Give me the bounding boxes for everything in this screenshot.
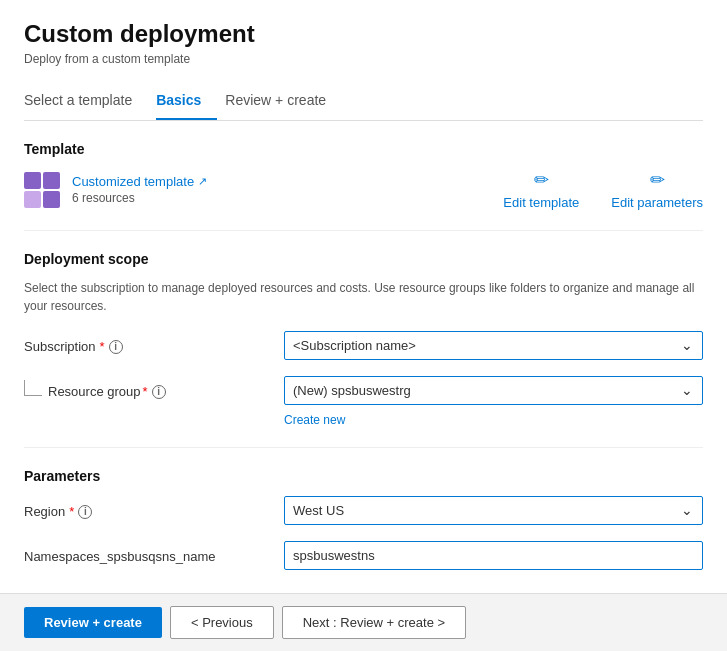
subscription-select[interactable]: <Subscription name> bbox=[284, 331, 703, 360]
icon-block-4 bbox=[43, 191, 60, 208]
tab-review-create[interactable]: Review + create bbox=[225, 82, 342, 120]
subscription-row: Subscription * i <Subscription name> bbox=[24, 331, 703, 360]
deployment-scope-heading: Deployment scope bbox=[24, 251, 703, 267]
subscription-info-icon[interactable]: i bbox=[109, 340, 123, 354]
tab-select-template[interactable]: Select a template bbox=[24, 82, 148, 120]
subscription-required: * bbox=[100, 339, 105, 354]
edit-template-icon: ✏ bbox=[534, 169, 549, 191]
template-name-link[interactable]: Customized template ↗ bbox=[72, 174, 207, 189]
resource-group-select-wrapper: (New) spsbuswestrg bbox=[284, 376, 703, 405]
namespace-input[interactable] bbox=[284, 541, 703, 570]
resource-group-indent: Resource group * i bbox=[24, 376, 284, 399]
edit-template-button[interactable]: ✏ Edit template bbox=[503, 169, 579, 210]
subscription-label: Subscription * i bbox=[24, 331, 284, 354]
region-select[interactable]: West US bbox=[284, 496, 703, 525]
indent-line bbox=[24, 380, 42, 396]
parameters-heading: Parameters bbox=[24, 468, 703, 484]
create-new-link[interactable]: Create new bbox=[284, 413, 345, 427]
template-row: Customized template ↗ 6 resources ✏ Edit… bbox=[24, 169, 703, 210]
external-link-icon: ↗ bbox=[198, 175, 207, 188]
subscription-control: <Subscription name> bbox=[284, 331, 703, 360]
template-actions: ✏ Edit template ✏ Edit parameters bbox=[503, 169, 703, 210]
template-name-wrapper: Customized template ↗ 6 resources bbox=[72, 174, 207, 205]
template-section: Template Customized template ↗ 6 resourc… bbox=[24, 141, 703, 231]
region-label: Region * i bbox=[24, 496, 284, 519]
resource-group-info-icon[interactable]: i bbox=[152, 385, 166, 399]
icon-block-3 bbox=[24, 191, 41, 208]
namespace-row: Namespaces_spsbusqsns_name bbox=[24, 541, 703, 570]
template-resources: 6 resources bbox=[72, 191, 207, 205]
tab-bar: Select a template Basics Review + create bbox=[24, 82, 703, 121]
resource-group-row: Resource group * i (New) spsbuswestrg bbox=[24, 376, 703, 405]
region-row: Region * i West US bbox=[24, 496, 703, 525]
resource-group-control: (New) spsbuswestrg bbox=[284, 376, 703, 405]
scope-description: Select the subscription to manage deploy… bbox=[24, 279, 703, 315]
template-icon bbox=[24, 172, 60, 208]
edit-parameters-icon: ✏ bbox=[650, 169, 665, 191]
parameters-section: Parameters Region * i West US Namespaces… bbox=[24, 468, 703, 570]
namespace-label: Namespaces_spsbusqsns_name bbox=[24, 541, 284, 564]
page-title: Custom deployment bbox=[24, 20, 703, 48]
icon-block-1 bbox=[24, 172, 41, 189]
tab-basics[interactable]: Basics bbox=[156, 82, 217, 120]
resource-group-select[interactable]: (New) spsbuswestrg bbox=[284, 376, 703, 405]
region-required: * bbox=[69, 504, 74, 519]
previous-button[interactable]: < Previous bbox=[170, 606, 274, 639]
footer-bar: Review + create < Previous Next : Review… bbox=[0, 593, 727, 651]
template-section-heading: Template bbox=[24, 141, 703, 157]
page-subtitle: Deploy from a custom template bbox=[24, 52, 703, 66]
region-info-icon[interactable]: i bbox=[78, 505, 92, 519]
namespace-control bbox=[284, 541, 703, 570]
next-button[interactable]: Next : Review + create > bbox=[282, 606, 466, 639]
edit-parameters-button[interactable]: ✏ Edit parameters bbox=[611, 169, 703, 210]
template-info: Customized template ↗ 6 resources bbox=[24, 172, 207, 208]
review-create-button[interactable]: Review + create bbox=[24, 607, 162, 638]
subscription-select-wrapper: <Subscription name> bbox=[284, 331, 703, 360]
region-select-wrapper: West US bbox=[284, 496, 703, 525]
resource-group-required: * bbox=[143, 384, 148, 399]
region-control: West US bbox=[284, 496, 703, 525]
deployment-scope-section: Deployment scope Select the subscription… bbox=[24, 251, 703, 448]
icon-block-2 bbox=[43, 172, 60, 189]
